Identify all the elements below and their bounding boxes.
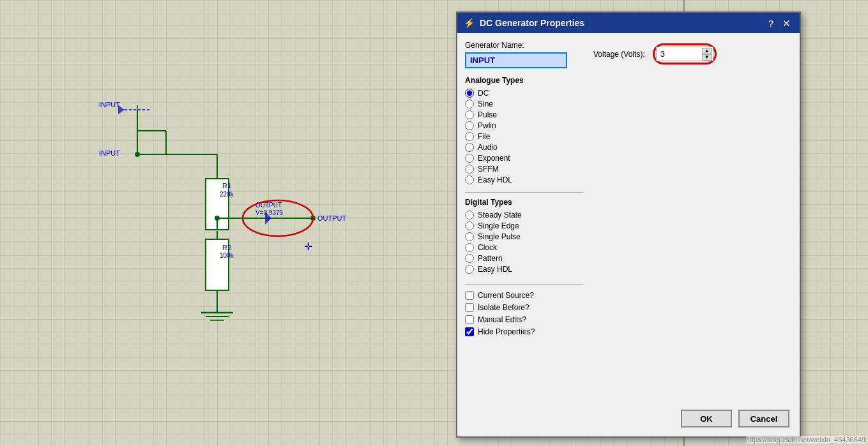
radio-easy-hdl[interactable]: Easy HDL: [465, 175, 583, 184]
voltage-spinner: ▲ ▼: [702, 48, 712, 61]
radio-audio[interactable]: Audio: [465, 143, 583, 152]
svg-text:100k: 100k: [220, 252, 234, 259]
radio-file-label: File: [478, 132, 490, 141]
checkbox-hide-properties[interactable]: Hide Properties?: [465, 327, 583, 336]
help-button[interactable]: ?: [766, 19, 776, 28]
dialog-title: DC Generator Properties: [480, 18, 584, 28]
radio-single-edge[interactable]: Single Edge: [465, 221, 583, 230]
radio-steady-state-label: Steady State: [478, 211, 522, 219]
svg-text:220k: 220k: [220, 191, 234, 198]
svg-text:V=0.9375: V=0.9375: [255, 209, 284, 216]
radio-easy-hdl-label: Easy HDL: [478, 175, 512, 184]
radio-clock-label: Clock: [478, 243, 497, 252]
radio-pulse-label: Pulse: [478, 110, 497, 119]
dialog-title-buttons: ? ✕: [766, 19, 793, 28]
radio-easy-hdl-digital-label: Easy HDL: [478, 265, 512, 274]
checkbox-manual-edits[interactable]: Manual Edits?: [465, 315, 583, 324]
dialog-footer: OK Cancel: [457, 403, 800, 436]
svg-text:R1: R1: [222, 182, 231, 190]
checkbox-isolate-before[interactable]: Isolate Before?: [465, 303, 583, 312]
hide-properties-label: Hide Properties?: [478, 327, 535, 336]
radio-sine-label: Sine: [478, 100, 493, 108]
radio-dc[interactable]: DC: [465, 89, 583, 98]
radio-clock[interactable]: Clock: [465, 243, 583, 252]
generator-name-input[interactable]: [465, 52, 567, 68]
radio-single-pulse[interactable]: Single Pulse: [465, 232, 583, 241]
dialog-icon: ⚡: [464, 18, 475, 28]
isolate-before-label: Isolate Before?: [478, 303, 529, 312]
checkbox-current-source[interactable]: Current Source?: [465, 291, 583, 300]
svg-marker-1: [118, 105, 125, 114]
radio-single-pulse-label: Single Pulse: [478, 232, 521, 241]
radio-exponent[interactable]: Exponent: [465, 154, 583, 163]
analogue-types-label: Analogue Types: [465, 76, 583, 85]
left-panel: Generator Name: Analogue Types DC Sine P…: [465, 41, 583, 396]
radio-easy-hdl-digital[interactable]: Easy HDL: [465, 265, 583, 274]
dialog-body: Generator Name: Analogue Types DC Sine P…: [457, 33, 800, 403]
dc-generator-dialog: ⚡ DC Generator Properties ? ✕ Generator …: [456, 11, 801, 438]
close-button[interactable]: ✕: [780, 19, 793, 28]
dialog-title-left: ⚡ DC Generator Properties: [464, 18, 584, 28]
radio-pulse[interactable]: Pulse: [465, 110, 583, 119]
digital-types-group: Steady State Single Edge Single Pulse Cl…: [465, 211, 583, 274]
radio-sffm-label: SFFM: [478, 165, 499, 174]
voltage-label: Voltage (Volts):: [593, 50, 645, 59]
cancel-button[interactable]: Cancel: [738, 410, 789, 427]
voltage-spin-up[interactable]: ▲: [702, 48, 712, 54]
watermark: https://blog.csdn.net/weixin_45436649: [746, 436, 865, 443]
right-panel: Voltage (Volts): ▲ ▼: [593, 41, 792, 396]
manual-edits-label: Manual Edits?: [478, 315, 526, 324]
radio-pwlin[interactable]: Pwlin: [465, 121, 583, 130]
current-source-label: Current Source?: [478, 291, 534, 300]
dialog-titlebar: ⚡ DC Generator Properties ? ✕: [457, 13, 800, 33]
voltage-spin-down[interactable]: ▼: [702, 54, 712, 61]
radio-audio-label: Audio: [478, 143, 498, 152]
analogue-types-group: DC Sine Pulse Pwlin File: [465, 89, 583, 184]
svg-point-13: [215, 216, 220, 221]
radio-sine[interactable]: Sine: [465, 100, 583, 108]
radio-steady-state[interactable]: Steady State: [465, 211, 583, 219]
digital-types-label: Digital Types: [465, 198, 583, 207]
radio-sffm[interactable]: SFFM: [465, 165, 583, 174]
radio-pwlin-label: Pwlin: [478, 121, 496, 130]
voltage-input-container: ▲ ▼: [653, 43, 717, 64]
checkbox-group: Current Source? Isolate Before? Manual E…: [465, 284, 583, 336]
radio-file[interactable]: File: [465, 132, 583, 141]
ok-button[interactable]: OK: [681, 410, 732, 427]
radio-dc-label: DC: [478, 89, 489, 98]
voltage-row: Voltage (Volts): ▲ ▼: [593, 43, 717, 64]
radio-pattern-label: Pattern: [478, 254, 503, 263]
svg-text:✛: ✛: [304, 241, 312, 252]
svg-text:INPUT: INPUT: [99, 149, 120, 157]
radio-pattern[interactable]: Pattern: [465, 254, 583, 263]
svg-text:R2: R2: [222, 244, 231, 251]
svg-text:INPUT: INPUT: [99, 101, 120, 108]
svg-text:OUTPUT: OUTPUT: [317, 214, 347, 222]
radio-exponent-label: Exponent: [478, 154, 510, 163]
generator-name-label: Generator Name:: [465, 41, 583, 50]
separator: [465, 192, 583, 193]
radio-single-edge-label: Single Edge: [478, 221, 519, 230]
